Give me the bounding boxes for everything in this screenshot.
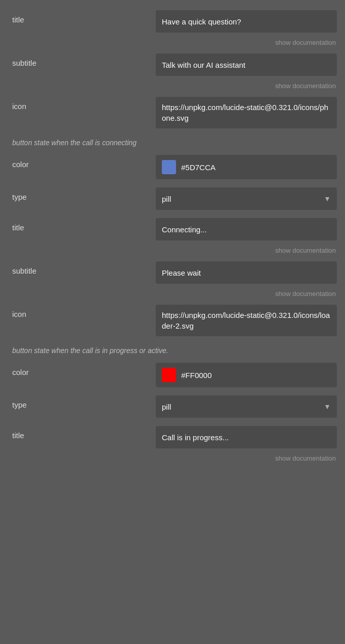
color-active-label: color bbox=[8, 363, 156, 377]
section-active-header: button state when the call is in progres… bbox=[8, 340, 337, 359]
type-active-field: pill ▼ bbox=[156, 395, 337, 418]
type-active-row: type pill ▼ bbox=[8, 391, 337, 422]
subtitle-show-doc[interactable]: show documentation bbox=[156, 80, 337, 91]
subtitle-field bbox=[156, 53, 337, 76]
title-connecting-label: title bbox=[8, 218, 156, 232]
subtitle-connecting-field bbox=[156, 261, 337, 284]
subtitle-connecting-show-doc[interactable]: show documentation bbox=[156, 288, 337, 299]
title-doc-row: show documentation bbox=[8, 37, 337, 49]
title-label: title bbox=[8, 10, 156, 24]
title-connecting-doc-row: show documentation bbox=[8, 245, 337, 257]
chevron-down-icon-2: ▼ bbox=[324, 403, 331, 411]
subtitle-connecting-doc-field: show documentation bbox=[156, 288, 337, 299]
subtitle-doc-field: show documentation bbox=[156, 80, 337, 91]
type-connecting-row: type pill ▼ bbox=[8, 183, 337, 214]
color-active-hex: #FF0000 bbox=[181, 371, 212, 380]
type-active-value: pill bbox=[162, 403, 171, 411]
subtitle-connecting-row: subtitle bbox=[8, 257, 337, 288]
color-active-row: color #FF0000 bbox=[8, 359, 337, 391]
subtitle-connecting-label: subtitle bbox=[8, 261, 156, 275]
title-row: title bbox=[8, 6, 337, 37]
icon-connecting-input[interactable]: https://unpkg.com/lucide-static@0.321.0/… bbox=[156, 305, 337, 336]
title-connecting-input[interactable] bbox=[156, 218, 337, 240]
title-input[interactable] bbox=[156, 10, 337, 33]
type-connecting-field: pill ▼ bbox=[156, 187, 337, 210]
icon-input[interactable]: https://unpkg.com/lucide-static@0.321.0/… bbox=[156, 97, 337, 128]
color-connecting-row: color #5D7CCA bbox=[8, 151, 337, 183]
type-connecting-select[interactable]: pill ▼ bbox=[156, 187, 337, 210]
title-active-row: title bbox=[8, 422, 337, 452]
color-connecting-hex: #5D7CCA bbox=[181, 163, 216, 172]
chevron-down-icon: ▼ bbox=[324, 195, 331, 203]
title-active-doc-row: show documentation bbox=[8, 452, 337, 465]
color-connecting-field: #5D7CCA bbox=[156, 155, 337, 179]
icon-connecting-row: icon https://unpkg.com/lucide-static@0.3… bbox=[8, 301, 337, 340]
subtitle-connecting-doc-row: show documentation bbox=[8, 288, 337, 301]
title-active-doc-field: show documentation bbox=[156, 452, 337, 463]
title-doc-field: show documentation bbox=[156, 37, 337, 47]
title-active-input[interactable] bbox=[156, 426, 337, 448]
color-active-field: #FF0000 bbox=[156, 363, 337, 387]
type-active-select[interactable]: pill ▼ bbox=[156, 395, 337, 418]
color-connecting-label: color bbox=[8, 155, 156, 169]
color-active-swatch bbox=[162, 368, 176, 382]
color-active-input[interactable]: #FF0000 bbox=[156, 363, 337, 387]
color-connecting-swatch bbox=[162, 160, 176, 174]
icon-row: icon https://unpkg.com/lucide-static@0.3… bbox=[8, 93, 337, 132]
type-connecting-label: type bbox=[8, 187, 156, 201]
title-active-show-doc[interactable]: show documentation bbox=[156, 452, 337, 463]
type-active-label: type bbox=[8, 395, 156, 409]
subtitle-connecting-input[interactable] bbox=[156, 261, 337, 284]
subtitle-doc-row: show documentation bbox=[8, 80, 337, 93]
title-field bbox=[156, 10, 337, 33]
subtitle-label: subtitle bbox=[8, 53, 156, 67]
title-connecting-doc-field: show documentation bbox=[156, 245, 337, 255]
title-connecting-field bbox=[156, 218, 337, 240]
title-show-doc[interactable]: show documentation bbox=[156, 37, 337, 47]
title-connecting-row: title bbox=[8, 214, 337, 245]
form-container: title show documentation subtitle show d… bbox=[0, 0, 345, 471]
icon-field: https://unpkg.com/lucide-static@0.321.0/… bbox=[156, 97, 337, 128]
section-connecting-header: button state when the call is connecting bbox=[8, 132, 337, 151]
subtitle-row: subtitle bbox=[8, 49, 337, 80]
title-active-label: title bbox=[8, 426, 156, 440]
subtitle-input[interactable] bbox=[156, 53, 337, 76]
type-connecting-value: pill bbox=[162, 195, 171, 203]
icon-label: icon bbox=[8, 97, 156, 111]
color-connecting-input[interactable]: #5D7CCA bbox=[156, 155, 337, 179]
icon-connecting-field: https://unpkg.com/lucide-static@0.321.0/… bbox=[156, 305, 337, 336]
title-active-field bbox=[156, 426, 337, 448]
title-connecting-show-doc[interactable]: show documentation bbox=[156, 245, 337, 255]
icon-connecting-label: icon bbox=[8, 305, 156, 318]
